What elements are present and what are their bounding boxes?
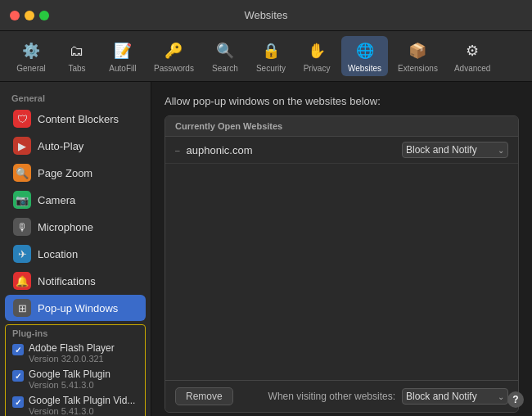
- toolbar-label-autofill: AutoFill: [109, 64, 136, 73]
- plugin-version: Version 5.41.3.0: [29, 406, 135, 416]
- tabs-icon: 🗂: [65, 39, 88, 62]
- toolbar-item-autofill[interactable]: 📝 AutoFill: [101, 36, 144, 76]
- toolbar-label-privacy: Privacy: [304, 64, 331, 73]
- camera-icon: 📷: [13, 191, 31, 209]
- toolbar-item-tabs[interactable]: 🗂 Tabs: [56, 36, 98, 76]
- sidebar-item-label: Content Blockers: [38, 113, 119, 125]
- websites-icon: 🌐: [354, 39, 376, 62]
- page-zoom-icon: 🔍: [13, 164, 31, 182]
- sidebar-item-label: Pop-up Windows: [38, 302, 118, 314]
- table-row[interactable]: – auphonic.com Block and Notify ⌄: [165, 137, 518, 164]
- visiting-other-select[interactable]: Block and Notify ⌄: [402, 388, 508, 405]
- sidebar-item-label: Page Zoom: [38, 167, 92, 179]
- plugin-item-gtalk-vid[interactable]: ✓ Google Talk Plugin Vid... Version 5.41…: [6, 392, 145, 416]
- sidebar-item-label: Auto-Play: [38, 140, 83, 152]
- notifications-icon: 🔔: [13, 272, 31, 290]
- plugin-checkbox-flash[interactable]: ✓: [12, 344, 24, 355]
- sidebar-item-microphone[interactable]: 🎙 Microphone: [5, 214, 146, 240]
- privacy-icon: ✋: [305, 39, 328, 62]
- plugin-text-flash: Adobe Flash Player Version 32.0.0.321: [29, 342, 115, 364]
- sidebar-item-label: Notifications: [38, 275, 96, 287]
- toolbar-item-search[interactable]: 🔍 Search: [204, 36, 246, 76]
- titlebar: Websites: [0, 0, 532, 31]
- plugin-text-gtalk: Google Talk Plugin Version 5.41.3.0: [29, 369, 110, 390]
- autofill-icon: 📝: [111, 39, 134, 62]
- checkmark-icon: ✓: [15, 398, 21, 407]
- popup-windows-icon: ⊞: [13, 299, 31, 317]
- general-icon: ⚙️: [20, 39, 43, 62]
- toolbar-label-tabs: Tabs: [68, 64, 85, 73]
- sidebar-item-label: Camera: [38, 194, 75, 206]
- sidebar: General 🛡 Content Blockers ▶ Auto-Play 🔍…: [0, 82, 151, 416]
- plugins-section: Plug-ins ✓ Adobe Flash Player Version 32…: [5, 324, 146, 416]
- sidebar-item-page-zoom[interactable]: 🔍 Page Zoom: [5, 160, 146, 186]
- location-icon: ✈: [13, 245, 31, 263]
- row-setting-select[interactable]: Block and Notify ⌄: [402, 142, 508, 158]
- checkmark-icon: ✓: [15, 346, 21, 355]
- toolbar: ⚙️ General 🗂 Tabs 📝 AutoFill 🔑 Passwords…: [0, 31, 532, 82]
- content-description: Allow pop-up windows on the websites bel…: [165, 95, 519, 107]
- toolbar-item-extensions[interactable]: 📦 Extensions: [391, 36, 444, 76]
- toolbar-item-general[interactable]: ⚙️ General: [10, 36, 52, 76]
- toolbar-item-websites[interactable]: 🌐 Websites: [341, 36, 388, 76]
- table-bottom-bar: Remove When visiting other websites: Blo…: [165, 380, 518, 412]
- plugin-text-gtalk-vid: Google Talk Plugin Vid... Version 5.41.3…: [29, 395, 135, 416]
- content-area: Allow pop-up windows on the websites bel…: [151, 82, 532, 416]
- sidebar-item-auto-play[interactable]: ▶ Auto-Play: [5, 133, 146, 159]
- sidebar-section-general: General: [0, 90, 151, 105]
- close-button[interactable]: [10, 11, 20, 20]
- row-domain: auphonic.com: [187, 144, 395, 156]
- help-button[interactable]: ?: [507, 391, 524, 408]
- toolbar-label-general: General: [16, 64, 46, 73]
- toolbar-item-advanced[interactable]: ⚙ Advanced: [448, 36, 497, 76]
- toolbar-label-passwords: Passwords: [154, 64, 194, 73]
- plugins-section-label: Plug-ins: [6, 325, 145, 340]
- remove-button[interactable]: Remove: [175, 387, 233, 405]
- toolbar-label-advanced: Advanced: [454, 64, 490, 73]
- plugin-name: Google Talk Plugin Vid...: [29, 395, 135, 406]
- chevron-down-icon: ⌄: [498, 146, 504, 155]
- advanced-icon: ⚙: [461, 39, 484, 62]
- row-bullet: –: [175, 146, 180, 155]
- traffic-lights: [10, 11, 49, 20]
- plugin-version: Version 5.41.3.0: [29, 380, 110, 390]
- sidebar-item-content-blockers[interactable]: 🛡 Content Blockers: [5, 106, 146, 132]
- toolbar-label-search: Search: [212, 64, 238, 73]
- plugin-checkbox-gtalk-vid[interactable]: ✓: [12, 396, 24, 408]
- table-header: Currently Open Websites: [165, 116, 518, 137]
- toolbar-label-extensions: Extensions: [398, 64, 438, 73]
- security-icon: 🔒: [259, 39, 282, 62]
- minimize-button[interactable]: [25, 11, 34, 20]
- main-container: General 🛡 Content Blockers ▶ Auto-Play 🔍…: [0, 82, 532, 416]
- plugin-checkbox-gtalk[interactable]: ✓: [12, 370, 24, 382]
- sidebar-item-notifications[interactable]: 🔔 Notifications: [5, 268, 146, 294]
- plugin-item-gtalk[interactable]: ✓ Google Talk Plugin Version 5.41.3.0: [6, 366, 145, 392]
- chevron-down-icon: ⌄: [498, 392, 504, 401]
- visiting-label: When visiting other websites:: [268, 391, 395, 402]
- plugin-name: Google Talk Plugin: [29, 369, 110, 380]
- checkmark-icon: ✓: [15, 372, 21, 381]
- sidebar-item-camera[interactable]: 📷 Camera: [5, 187, 146, 213]
- websites-table: Currently Open Websites – auphonic.com B…: [165, 115, 519, 413]
- microphone-icon: 🎙: [13, 218, 31, 236]
- plugin-version: Version 32.0.0.321: [29, 354, 115, 364]
- plugin-name: Adobe Flash Player: [29, 342, 115, 354]
- extensions-icon: 📦: [406, 39, 429, 62]
- toolbar-item-passwords[interactable]: 🔑 Passwords: [147, 36, 201, 76]
- auto-play-icon: ▶: [13, 137, 31, 155]
- toolbar-item-privacy[interactable]: ✋ Privacy: [295, 36, 338, 76]
- bottom-right: When visiting other websites: Block and …: [268, 388, 508, 405]
- maximize-button[interactable]: [39, 11, 49, 20]
- sidebar-item-popup-windows[interactable]: ⊞ Pop-up Windows: [5, 295, 146, 321]
- sidebar-item-label: Microphone: [38, 221, 93, 233]
- sidebar-item-location[interactable]: ✈ Location: [5, 241, 146, 267]
- table-body: – auphonic.com Block and Notify ⌄: [165, 137, 518, 380]
- passwords-icon: 🔑: [162, 39, 185, 62]
- toolbar-label-security: Security: [256, 64, 286, 73]
- select-value: Block and Notify: [406, 144, 477, 156]
- plugin-item-flash[interactable]: ✓ Adobe Flash Player Version 32.0.0.321: [6, 340, 145, 366]
- toolbar-item-security[interactable]: 🔒 Security: [250, 36, 292, 76]
- search-icon: 🔍: [214, 39, 237, 62]
- visiting-select-value: Block and Notify: [406, 391, 477, 402]
- window-title: Websites: [244, 9, 287, 21]
